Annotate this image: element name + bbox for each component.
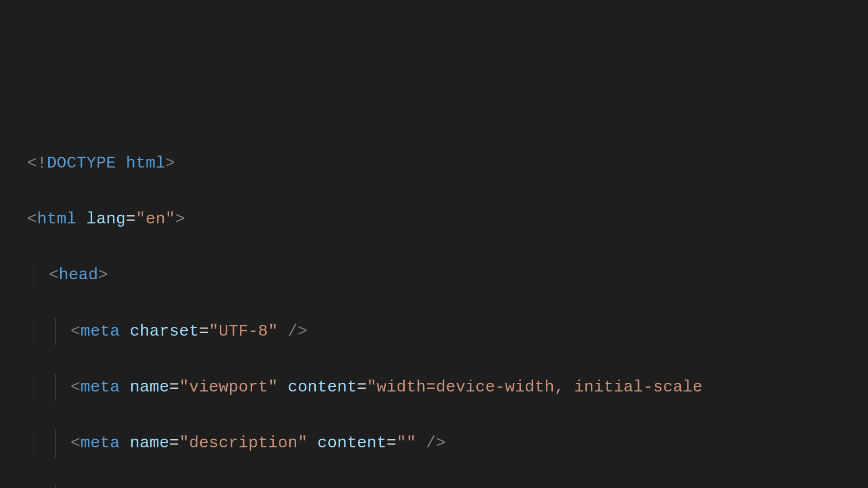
code-line[interactable]: <meta name="viewport" content="width=dev… (27, 374, 868, 402)
tag-html: html (37, 210, 76, 228)
equals: = (126, 210, 136, 228)
indent-guide (55, 318, 56, 346)
attr-charset: charset (130, 322, 199, 341)
code-line[interactable]: <html lang="en"> (27, 206, 868, 234)
code-editor[interactable]: <!DOCTYPE html> <html lang="en"> <head> … (27, 121, 868, 488)
equals: = (387, 434, 397, 452)
code-line[interactable]: <link rel="stylesheet" type="text/css" h… (27, 485, 868, 488)
tag-meta: meta (80, 434, 120, 452)
code-line[interactable]: <head> (27, 261, 868, 290)
equals: = (357, 378, 367, 396)
indent-guide (55, 374, 56, 402)
indent-guide (55, 429, 56, 458)
attr-content-value: "" (397, 434, 416, 452)
bracket: > (165, 154, 175, 172)
tag-meta: meta (80, 378, 120, 396)
code-line[interactable]: <meta charset="UTF-8" /> (27, 318, 868, 346)
indent-guide (55, 485, 56, 488)
bracket: < (49, 266, 59, 284)
attr-content: content (317, 434, 386, 452)
equals: = (169, 378, 179, 396)
bracket: > (98, 266, 108, 284)
tag-head: head (59, 266, 98, 284)
attr-name-value: "viewport" (179, 378, 278, 396)
bracket: /> (288, 322, 307, 341)
bracket: <! (27, 154, 47, 172)
attr-name-value: "description" (179, 434, 308, 452)
equals: = (199, 322, 209, 341)
indent-guide (34, 374, 34, 402)
attr-content: content (288, 378, 356, 396)
indent-guide (34, 429, 34, 458)
tag-meta: meta (80, 322, 120, 341)
bracket: < (71, 322, 80, 341)
bracket: /> (426, 434, 445, 452)
code-line[interactable]: <!DOCTYPE html> (27, 150, 868, 178)
attr-lang-value: "en" (136, 210, 175, 228)
attr-name: name (130, 434, 169, 452)
equals: = (169, 434, 179, 452)
indent-guide (34, 318, 34, 346)
bracket: < (71, 434, 80, 452)
indent-guide (34, 261, 34, 290)
bracket: > (175, 210, 185, 228)
bracket: < (71, 378, 80, 396)
attr-name: name (130, 378, 169, 396)
indent-guide (34, 485, 34, 488)
attr-content-value: "width=device-width, initial-scale (367, 378, 703, 396)
attr-lang: lang (86, 210, 126, 228)
doctype-keyword: DOCTYPE (47, 154, 116, 172)
doctype-value: html (126, 154, 165, 172)
code-line[interactable]: <meta name="description" content="" /> (27, 429, 868, 458)
bracket: < (27, 210, 37, 228)
attr-charset-value: "UTF-8" (209, 322, 278, 341)
